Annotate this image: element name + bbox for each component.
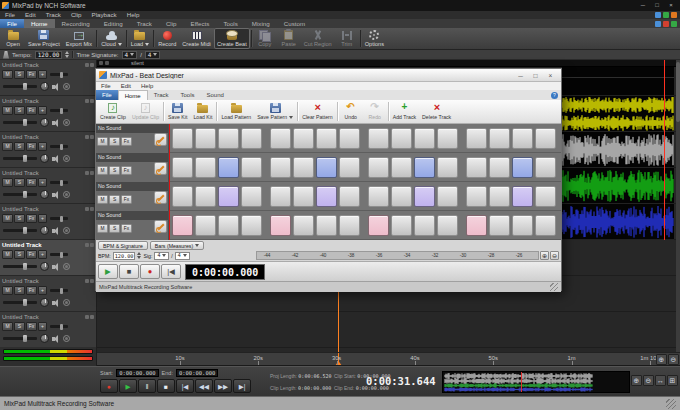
bd-tab-file[interactable]: File <box>96 90 118 100</box>
track-options-icon[interactable] <box>85 63 89 67</box>
track-add-effect-button[interactable]: + <box>38 286 47 295</box>
track-volume-slider[interactable] <box>3 157 37 160</box>
track-options-icon[interactable] <box>85 135 89 139</box>
minimize-button[interactable]: ─ <box>636 0 650 11</box>
beat-solo-button[interactable]: S <box>109 166 120 175</box>
bottom-zoom-in-button[interactable]: ⊕ <box>631 375 642 386</box>
beat-close-button[interactable]: × <box>543 72 558 79</box>
beat-cell-r1-c5[interactable] <box>270 128 291 149</box>
bpm-signature-button[interactable]: BPM & Signature <box>98 241 148 250</box>
track-mute-button[interactable]: M <box>2 322 13 331</box>
beat-ruler[interactable]: -44-42-40-38-36-34-32-30-28-26 <box>256 251 539 260</box>
track-row-1[interactable]: Untitled TrackMSFx+ <box>0 60 96 96</box>
beat-cell-r1-c7[interactable] <box>316 128 337 149</box>
beat-cell-r3-c11[interactable] <box>414 186 435 207</box>
track-collapse-icon[interactable] <box>90 135 94 139</box>
beat-cell-r3-c2[interactable] <box>195 186 216 207</box>
ribbon-shortcut-icon-3[interactable] <box>671 21 677 27</box>
go-to-start-button[interactable]: |◀ <box>176 379 194 393</box>
pause-button[interactable]: ‖ <box>138 379 156 393</box>
beat-cell-r2-c14[interactable] <box>489 157 510 178</box>
beat-cell-r1-c11[interactable] <box>414 128 435 149</box>
beat-cell-r4-c16[interactable] <box>535 215 556 236</box>
cloud-button[interactable]: Cloud <box>98 28 125 49</box>
beat-cell-r2-c9[interactable] <box>368 157 389 178</box>
beat-cell-r4-c11[interactable] <box>414 215 435 236</box>
ribbon-tab-recording[interactable]: Recording <box>55 19 97 28</box>
track-mute-button[interactable]: M <box>2 178 13 187</box>
record-button[interactable]: ● <box>100 379 118 393</box>
track-fx-button[interactable]: Fx <box>26 142 37 151</box>
bottom-zoom-out-button[interactable]: ⊖ <box>643 375 654 386</box>
menu-edit[interactable]: Edit <box>20 11 41 19</box>
beat-sound-settings-button[interactable] <box>154 162 167 175</box>
beat-cell-r3-c13[interactable] <box>466 186 487 207</box>
track-collapse-icon[interactable] <box>90 171 94 175</box>
beat-cell-r3-c10[interactable] <box>391 186 412 207</box>
beat-cell-r3-c1[interactable] <box>172 186 193 207</box>
track-fx-button[interactable]: Fx <box>26 322 37 331</box>
beat-cell-r4-c14[interactable] <box>489 215 510 236</box>
track-mute-button[interactable]: M <box>2 250 13 259</box>
track-add-effect-button[interactable]: + <box>38 214 47 223</box>
track-collapse-icon[interactable] <box>90 63 94 67</box>
track-pan-knob[interactable] <box>40 118 49 127</box>
options-button[interactable]: Options <box>362 28 387 49</box>
beat-fx-button[interactable]: Fx <box>121 224 132 233</box>
beat-zoom-in-button[interactable]: ⊕ <box>540 251 549 260</box>
beat-fx-button[interactable]: Fx <box>121 137 132 146</box>
beat-cell-r4-c13[interactable] <box>466 215 487 236</box>
track-options-icon[interactable] <box>85 171 89 175</box>
track-trim-slider[interactable] <box>50 181 68 184</box>
track-add-effect-button[interactable]: + <box>38 106 47 115</box>
project-overview[interactable] <box>442 371 630 393</box>
beat-cell-r2-c15[interactable] <box>512 157 533 178</box>
track-pan-knob[interactable] <box>40 154 49 163</box>
record-arm-icon[interactable] <box>63 299 70 306</box>
beat-cell-r3-c14[interactable] <box>489 186 510 207</box>
speaker-icon[interactable] <box>52 263 60 271</box>
export-mix-button[interactable]: Export Mix <box>63 28 95 49</box>
audio-clip[interactable] <box>562 168 674 204</box>
track-fx-button[interactable]: Fx <box>26 106 37 115</box>
record-arm-icon[interactable] <box>63 227 70 234</box>
ribbon-tab-custom[interactable]: Custom <box>277 19 312 28</box>
record-arm-icon[interactable] <box>63 83 70 90</box>
clear-pattern-button[interactable]: Clear Pattern <box>299 100 336 123</box>
play-button[interactable]: ▶ <box>119 379 137 393</box>
track-solo-button[interactable]: S <box>14 214 25 223</box>
beat-cell-r3-c8[interactable] <box>339 186 360 207</box>
ribbon-tab-track[interactable]: Track <box>130 19 159 28</box>
track-trim-slider[interactable] <box>50 289 68 292</box>
bd-tab-sound[interactable]: Sound <box>200 90 229 100</box>
beat-cell-r3-c16[interactable] <box>535 186 556 207</box>
beat-designer-titlebar[interactable]: MixPad - Beat Designer ─ □ × <box>96 69 561 82</box>
track-options-icon[interactable] <box>85 279 89 283</box>
fast-forward-button[interactable]: ▶▶ <box>214 379 232 393</box>
beat-sound-settings-button[interactable] <box>154 133 167 146</box>
track-solo-button[interactable]: S <box>14 106 25 115</box>
beat-cell-r1-c1[interactable] <box>172 128 193 149</box>
track-solo-button[interactable]: S <box>14 250 25 259</box>
track-pan-knob[interactable] <box>40 226 49 235</box>
beat-minimize-button[interactable]: ─ <box>513 72 528 79</box>
track-add-effect-button[interactable]: + <box>38 322 47 331</box>
beat-cell-r4-c10[interactable] <box>391 215 412 236</box>
menu-help[interactable]: Help <box>122 11 145 19</box>
track-collapse-icon[interactable] <box>90 279 94 283</box>
beat-cell-r4-c7[interactable] <box>316 215 337 236</box>
track-row-7[interactable]: Untitled TrackMSFx+ <box>0 276 96 312</box>
beat-play-button[interactable]: ▶ <box>98 264 118 279</box>
bottom-zoom-full-button[interactable]: ↔ <box>655 375 666 386</box>
beat-sound-settings-button[interactable] <box>154 191 167 204</box>
beat-record-button[interactable]: ● <box>140 264 160 279</box>
beat-cell-r1-c13[interactable] <box>466 128 487 149</box>
clip-header-bar[interactable]: silent <box>97 60 680 67</box>
end-time-field[interactable]: 0:00:00.000 <box>176 369 218 377</box>
vertical-scrollbar[interactable] <box>676 60 680 352</box>
beat-cell-r4-c6[interactable] <box>293 215 314 236</box>
track-volume-slider[interactable] <box>3 301 37 304</box>
track-trim-slider[interactable] <box>50 109 68 112</box>
beat-cell-r2-c6[interactable] <box>293 157 314 178</box>
beat-cell-r2-c16[interactable] <box>535 157 556 178</box>
